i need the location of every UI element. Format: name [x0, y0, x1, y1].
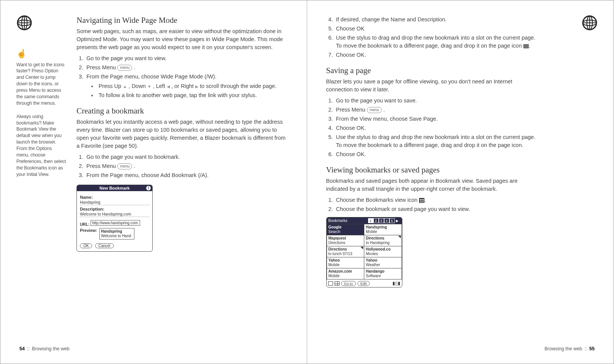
page-54: ☝ Want to get to the icons faster? Press… [0, 0, 307, 364]
right-arrow-icon: ▶ [195, 84, 198, 89]
menu-key-icon: menu [367, 107, 382, 113]
signal-icon: ▮▯▮ [392, 281, 400, 286]
viewing-intro: Bookmarks and saved pages both appear in… [326, 177, 538, 193]
edit-button[interactable]: Edit [357, 281, 370, 286]
bm-toolbar: Go to Edit ▮▯▮ [327, 279, 402, 287]
step-drag-drop: Use the stylus to drag and drop the new … [335, 34, 538, 50]
right-main-column: If desired, change the Name and Descript… [326, 16, 538, 287]
url-label: URL: [80, 222, 89, 227]
bookmark-cell[interactable]: Amazon.comMobile [327, 268, 364, 279]
bookmark-cell[interactable]: GoogleSearch [327, 224, 364, 235]
bookmark-cell[interactable]: Directionsto lunch 07/13 [327, 246, 364, 257]
sp-step1: Go to the page you want to save. [335, 97, 538, 105]
desc-field[interactable]: Welcome to Handspring.com [80, 211, 149, 217]
view-bookmarks-steps: Choose the Bookmarks view icon . Choose … [326, 196, 538, 213]
preview-label: Preview: [80, 228, 97, 233]
bookmark-cell[interactable]: HandangoSoftware [364, 268, 402, 279]
page-55: If desired, change the Name and Descript… [307, 0, 614, 364]
new-bookmark-dialog: New Bookmark i Name: Handspring Descript… [77, 185, 153, 252]
bm-tab-next-icon[interactable]: ▶ [395, 218, 400, 223]
cancel-button[interactable]: Cancel [95, 243, 114, 248]
heading-saving-page: Saving a page [326, 66, 538, 75]
desc-label: Description: [80, 207, 149, 211]
bookmark-cell[interactable]: Hollywood.coMovies [364, 246, 402, 257]
page-icon [523, 44, 529, 48]
bookmarks-screen: Bookmarks 1 2 3 4 5 ▶ GoogleSearchHandsp… [326, 217, 402, 287]
dialog-titlebar: New Bookmark i [77, 185, 152, 191]
info-icon[interactable]: i [146, 186, 151, 190]
bookmark-cell[interactable]: YahooMobile [327, 257, 364, 268]
bookmark-intro: Bookmarks let you instantly access a web… [77, 118, 288, 150]
vb-step1: Choose the Bookmarks view icon . [335, 196, 538, 204]
ok-button[interactable]: OK [80, 243, 92, 248]
bm-titlebar: Bookmarks 1 2 3 4 5 ▶ [327, 217, 402, 224]
bookmark-cell[interactable]: MapquestDirections [327, 235, 364, 246]
sp-step6: Choose OK. [335, 150, 538, 158]
heading-creating-bookmark: Creating a bookmark [77, 106, 288, 116]
step-choose-wide-page: From the Page menu, choose Wide Page Mod… [85, 73, 288, 99]
bookmark-cell[interactable]: HandspringMobile [364, 224, 402, 235]
menu-key-icon: menu [117, 65, 132, 71]
heading-viewing-bookmarks: Viewing bookmarks or saved pages [326, 165, 538, 175]
step-go-to-page: Go to the page you want to view. [85, 54, 288, 62]
url-field[interactable]: http://www.handspring.com [91, 220, 140, 226]
goto-button[interactable]: Go to [341, 281, 356, 286]
save-page-steps: Go to the page you want to save. Press M… [326, 97, 538, 158]
left-arrow-icon: ◀ [167, 84, 170, 89]
bookmark-cell[interactable]: YahooWeather [364, 257, 402, 268]
name-field[interactable]: Handspring [80, 200, 149, 205]
up-arrow-icon: ▲ [123, 84, 127, 89]
bm-tab-2[interactable]: 2 [373, 218, 379, 223]
step-press-menu: Press Menu menu . [85, 64, 288, 72]
bookmark-cell[interactable]: Directionsto Handspring [364, 235, 402, 246]
left-main-column: Navigating in Wide Page Mode Some web pa… [77, 16, 288, 252]
globe-icon [582, 15, 598, 32]
wide-page-intro: Some web pages, such as maps, are easier… [77, 27, 288, 51]
step-choose-ok-2: Choose OK. [335, 51, 538, 59]
sp-step3: From the View menu, choose Save Page. [335, 115, 538, 123]
cb-step2: Press Menu menu . [85, 162, 288, 170]
vb-step2: Choose the bookmark or saved page you wa… [335, 205, 538, 213]
bm-tab-3[interactable]: 3 [379, 218, 384, 223]
tip-hand-icon: ☝ [16, 48, 66, 59]
menu-key-icon: menu [117, 163, 132, 169]
tip-text-1: Want to get to the icons faster? Press O… [16, 62, 66, 107]
bm-tab-1[interactable]: 1 [368, 218, 373, 223]
cb-step3: From the Page menu, choose Add Bookmark … [85, 171, 288, 179]
step-change-name: If desired, change the Name and Descript… [335, 16, 538, 24]
globe-icon [16, 15, 66, 33]
footer-left: 54::Browsing the web [19, 346, 288, 351]
sp-step4: Choose OK. [335, 124, 538, 132]
substep-scroll: Press Up ▲ , Down ▼ , Left ◀ , or Right … [97, 82, 288, 90]
preview-box: Handspring Welcome to Hand [99, 228, 134, 239]
down-arrow-icon: ▼ [147, 84, 152, 89]
cb-step1: Go to the page you want to bookmark. [85, 153, 288, 161]
heading-wide-page: Navigating in Wide Page Mode [77, 16, 288, 25]
tip-text-2: Always using bookmarks? Make Bookmark Vi… [16, 113, 66, 178]
sidebar-tips: ☝ Want to get to the icons faster? Press… [16, 15, 66, 184]
sp-step2: Press Menu menu . [335, 106, 538, 114]
substep-tap-link: To follow a link to another web page, ta… [97, 91, 288, 99]
bm-grid: GoogleSearchHandspringMobileMapquestDire… [327, 224, 402, 279]
create-bookmark-steps: Go to the page you want to bookmark. Pre… [77, 153, 288, 179]
bookmark-view-icon [419, 198, 424, 203]
saving-intro: Blazer lets you save a page for offline … [326, 78, 538, 94]
bm-tab-5[interactable]: 5 [389, 218, 395, 223]
sp-step5: Use the stylus to drag and drop the new … [335, 133, 538, 149]
wide-page-steps: Go to the page you want to view. Press M… [77, 54, 288, 99]
footer-right: Browsing the web::55 [326, 346, 595, 351]
bookmark-view-icon[interactable] [335, 281, 340, 286]
page-view-icon[interactable] [328, 281, 333, 286]
name-label: Name: [80, 195, 149, 200]
bm-page-tabs: 1 2 3 4 5 ▶ [368, 218, 400, 223]
bm-tab-4[interactable]: 4 [384, 218, 389, 223]
create-bookmark-steps-continued: If desired, change the Name and Descript… [326, 16, 538, 59]
step-choose-ok: Choose OK [335, 25, 538, 33]
